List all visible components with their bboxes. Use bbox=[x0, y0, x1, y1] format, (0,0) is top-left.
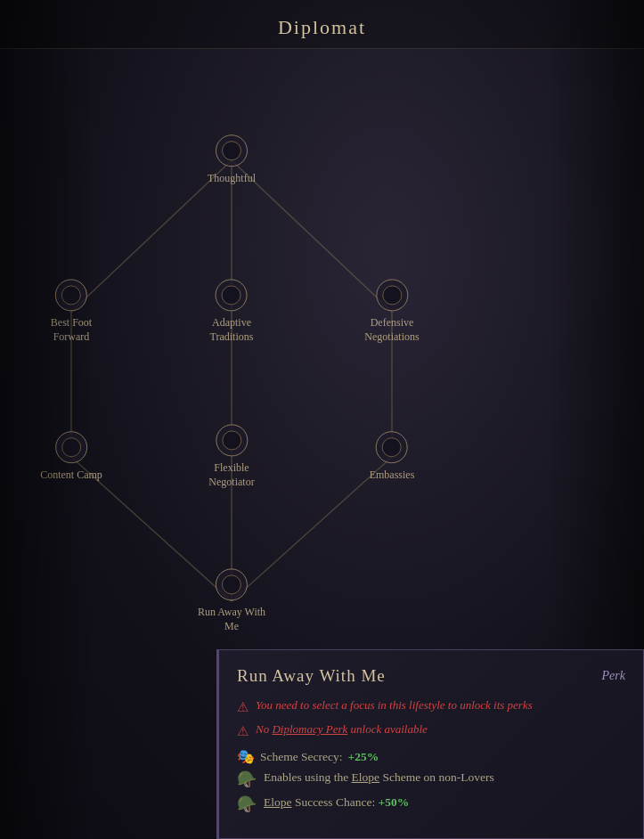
page-title: Diplomat bbox=[278, 16, 366, 38]
node-flexible-negotiator[interactable]: Flexible Negotiator bbox=[208, 424, 254, 489]
node-circle-inner-bestfoot bbox=[61, 285, 81, 305]
node-circle-embassies bbox=[376, 431, 408, 463]
node-thoughtful[interactable]: Thoughtful bbox=[208, 134, 256, 186]
elope-link-1[interactable]: Elope bbox=[352, 770, 380, 784]
node-circle-inner-adaptive bbox=[222, 285, 241, 305]
node-circle-inner-defensive bbox=[382, 285, 402, 305]
node-label-content: Content Camp bbox=[40, 468, 102, 483]
tree-lines-svg bbox=[0, 49, 644, 672]
node-adaptive-traditions[interactable]: Adaptive Traditions bbox=[210, 279, 254, 344]
bullet-icon-1: 🪖 bbox=[237, 770, 257, 789]
node-label-adaptive: Adaptive Traditions bbox=[210, 316, 254, 344]
node-label-defensive: Defensive Negotiations bbox=[364, 316, 419, 344]
node-circle-runaway bbox=[216, 568, 248, 600]
node-circle-flexible bbox=[216, 424, 248, 456]
tooltip-type: Perk bbox=[602, 669, 625, 683]
node-defensive-negotiations[interactable]: Defensive Negotiations bbox=[364, 279, 419, 344]
warning-focus: ⚠ You need to select a focus in this lif… bbox=[237, 698, 625, 715]
bullet-list: 🪖 Enables using the Elope Scheme on non-… bbox=[237, 770, 625, 814]
node-content-camp[interactable]: Content Camp bbox=[40, 431, 102, 483]
bullet-item-1: 🪖 Enables using the Elope Scheme on non-… bbox=[237, 770, 625, 789]
node-circle-defensive bbox=[376, 279, 408, 311]
node-circle-thoughtful bbox=[216, 134, 248, 167]
warning-icon-1: ⚠ bbox=[237, 699, 249, 715]
bullet-item-2: 🪖 Elope Success Chance: +50% bbox=[237, 795, 625, 814]
diplomacy-perk-link[interactable]: Diplomacy Perk bbox=[272, 722, 347, 736]
node-circle-inner-thoughtful bbox=[222, 141, 241, 160]
stat-bonus: +25% bbox=[348, 750, 379, 764]
node-embassies[interactable]: Embassies bbox=[370, 431, 415, 483]
warning-diplomacy: ⚠ No Diplomacy Perk unlock available bbox=[237, 722, 625, 739]
tooltip-panel: Run Away With Me Perk ⚠ You need to sele… bbox=[216, 649, 644, 839]
node-label-flexible: Flexible Negotiator bbox=[208, 461, 254, 489]
node-circle-content bbox=[55, 431, 87, 463]
node-circle-adaptive bbox=[216, 279, 248, 311]
stat-label: Scheme Secrecy: bbox=[260, 750, 343, 764]
elope-link-2[interactable]: Elope bbox=[264, 795, 292, 809]
node-best-foot-forward[interactable]: Best Foot Forward bbox=[51, 279, 92, 344]
bullet-icon-2: 🪖 bbox=[237, 794, 257, 814]
tooltip-header: Run Away With Me Perk bbox=[237, 666, 625, 686]
node-label-embassies: Embassies bbox=[370, 468, 415, 483]
tooltip-title: Run Away With Me bbox=[237, 666, 386, 686]
node-circle-inner-flexible bbox=[222, 430, 241, 450]
skill-tree-area: Thoughtful Best Foot Forward Adaptive Tr… bbox=[0, 49, 644, 672]
page-container: Diplomat Thoughtful Best F bbox=[0, 0, 644, 839]
node-run-away-with-me[interactable]: Run Away With Me bbox=[198, 568, 265, 633]
node-circle-inner-content bbox=[61, 437, 81, 457]
warning-text-2: No Diplomacy Perk unlock available bbox=[256, 722, 428, 737]
warning-text-1: You need to select a focus in this lifes… bbox=[256, 698, 533, 713]
node-label-runaway: Run Away With Me bbox=[198, 606, 265, 633]
stat-scheme-secrecy: 🎭 Scheme Secrecy: +25% bbox=[237, 748, 625, 765]
bullet-text-2: Elope Success Chance: +50% bbox=[264, 795, 409, 810]
header: Diplomat bbox=[0, 0, 644, 49]
warning-icon-2: ⚠ bbox=[237, 723, 249, 739]
node-circle-inner-embassies bbox=[382, 437, 402, 457]
elope-bonus: +50% bbox=[379, 795, 410, 809]
node-label-bestfoot: Best Foot Forward bbox=[51, 316, 92, 344]
node-label-thoughtful: Thoughtful bbox=[208, 172, 256, 186]
node-circle-inner-runaway bbox=[222, 574, 241, 594]
node-circle-bestfoot bbox=[55, 279, 87, 311]
secrecy-icon: 🎭 bbox=[237, 748, 255, 765]
bullet-text-1: Enables using the Elope Scheme on non-Lo… bbox=[264, 770, 494, 785]
